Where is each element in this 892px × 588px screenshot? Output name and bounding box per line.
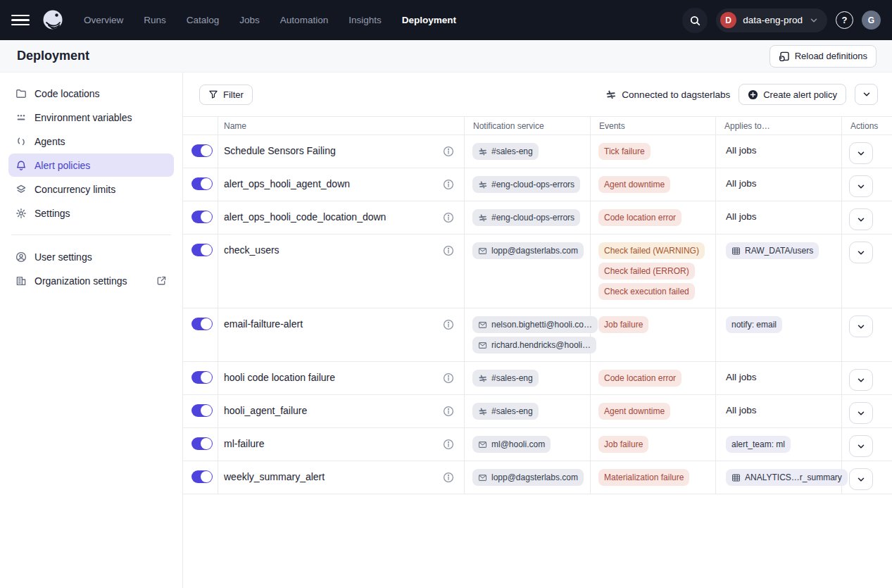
page-title: Deployment (17, 49, 89, 63)
policy-name: hooli_agent_failure (224, 405, 307, 416)
tag-chip: alert_team: ml (726, 436, 791, 453)
org-icon (15, 275, 27, 287)
slack-icon (478, 407, 487, 416)
notification-chip: #sales-eng (472, 370, 539, 387)
filter-button[interactable]: Filter (199, 85, 253, 105)
events-cell: Agent downtime (591, 168, 716, 201)
info-icon[interactable] (443, 212, 454, 223)
table-row-name-cell: hooli_agent_failure (218, 395, 465, 428)
asset-table-icon (731, 246, 741, 256)
nav-item-overview[interactable]: Overview (79, 11, 128, 30)
table-row-toggle-cell (183, 234, 218, 308)
alert-enabled-toggle[interactable] (191, 437, 213, 450)
alert-enabled-toggle[interactable] (191, 404, 213, 417)
info-icon[interactable] (443, 439, 454, 450)
policy-name: alert_ops_hooli_agent_down (224, 178, 350, 189)
actions-cell (842, 135, 892, 168)
search-button[interactable] (682, 8, 708, 33)
deployment-sidebar: Code locations Environment variables Age… (0, 73, 183, 588)
alert-enabled-toggle[interactable] (191, 371, 213, 384)
notification-chip: ml@hooli.com (472, 436, 551, 453)
actions-cell (842, 428, 892, 461)
email-icon (478, 320, 487, 330)
row-actions-button[interactable] (849, 435, 873, 457)
email-icon (478, 473, 487, 482)
column-header-events: Events (591, 117, 716, 135)
sidebar-item-alert-policies[interactable]: Alert policies (8, 154, 174, 177)
chevron-down-icon (856, 375, 866, 385)
alert-enabled-toggle[interactable] (191, 470, 213, 483)
table-row-toggle-cell (183, 135, 218, 168)
sidebar-item-user-settings[interactable]: User settings (8, 245, 174, 268)
applies-to-cell: All jobs (716, 395, 842, 428)
help-button[interactable]: ? (836, 11, 853, 29)
events-cell: Job failure (591, 428, 716, 461)
info-icon[interactable] (443, 373, 454, 384)
info-icon[interactable] (443, 406, 454, 417)
info-icon[interactable] (443, 472, 454, 483)
row-actions-button[interactable] (849, 369, 873, 391)
avatar[interactable]: G (862, 11, 881, 30)
sidebar-item-code-locations[interactable]: Code locations (8, 82, 174, 105)
event-chip: Job failure (598, 436, 648, 453)
row-actions-button[interactable] (849, 468, 873, 490)
page-header: Deployment Reload definitions (0, 40, 892, 73)
info-icon[interactable] (443, 319, 454, 330)
sidebar-item-organization-settings[interactable]: Organization settings (8, 269, 174, 292)
actions-cell (842, 461, 892, 494)
info-icon[interactable] (443, 245, 454, 256)
chevron-down-icon (856, 215, 866, 225)
row-actions-button[interactable] (849, 315, 873, 337)
sidebar-item-settings[interactable]: Settings (8, 201, 174, 225)
nav-item-insights[interactable]: Insights (344, 11, 387, 30)
nav-item-runs[interactable]: Runs (139, 11, 171, 30)
slack-icon (478, 180, 487, 189)
actions-cell (842, 308, 892, 362)
table-row-toggle-cell (183, 201, 218, 234)
row-actions-button[interactable] (849, 175, 873, 197)
nav-item-deployment[interactable]: Deployment (397, 11, 461, 30)
plus-circle-icon (748, 89, 758, 100)
hamburger-menu-icon[interactable] (11, 11, 30, 30)
actions-cell (842, 362, 892, 395)
alert-policies-main: Filter Connected to dagsterlabs Create a… (183, 73, 892, 588)
create-alert-policy-button[interactable]: Create alert policy (739, 84, 846, 105)
notification-cell: #sales-eng (465, 395, 591, 428)
nav-item-jobs[interactable]: Jobs (234, 11, 265, 30)
table-row-toggle-cell (183, 461, 218, 494)
table-row-name-cell: weekly_summary_alert (218, 461, 465, 494)
nav-item-automation[interactable]: Automation (275, 11, 333, 30)
row-actions-button[interactable] (849, 242, 873, 263)
external-link-icon (156, 275, 167, 286)
sidebar-item-environment-variables[interactable]: Environment variables (8, 106, 174, 129)
row-actions-button[interactable] (849, 142, 873, 164)
actions-cell (842, 234, 892, 308)
applies-to-cell: RAW_DATA/users (716, 234, 842, 308)
slack-icon (478, 374, 487, 383)
applies-to-cell: All jobs (716, 168, 842, 201)
events-cell: Agent downtime (591, 395, 716, 428)
filter-funnel-icon (208, 89, 218, 99)
workspace-name: data-eng-prod (743, 15, 803, 25)
alert-enabled-toggle[interactable] (191, 318, 213, 330)
event-chip: Agent downtime (598, 403, 670, 420)
create-alert-policy-menu-button[interactable] (855, 84, 878, 105)
alert-enabled-toggle[interactable] (191, 144, 213, 157)
info-icon[interactable] (443, 146, 454, 157)
dagster-logo[interactable] (39, 7, 66, 34)
alert-enabled-toggle[interactable] (191, 244, 213, 256)
alert-enabled-toggle[interactable] (191, 211, 213, 223)
actions-cell (842, 395, 892, 428)
chevron-down-icon (856, 182, 866, 192)
sidebar-item-concurrency-limits[interactable]: Concurrency limits (8, 177, 174, 201)
chevron-down-icon (856, 248, 866, 258)
nav-item-catalog[interactable]: Catalog (182, 11, 225, 30)
row-actions-button[interactable] (849, 208, 873, 230)
alert-enabled-toggle[interactable] (191, 177, 213, 190)
workspace-switcher[interactable]: D data-eng-prod (716, 8, 827, 32)
reload-definitions-button[interactable]: Reload definitions (769, 45, 877, 68)
sidebar-item-agents[interactable]: Agents (8, 130, 174, 153)
info-icon[interactable] (443, 179, 454, 190)
help-icon: ? (842, 15, 848, 25)
row-actions-button[interactable] (849, 402, 873, 424)
